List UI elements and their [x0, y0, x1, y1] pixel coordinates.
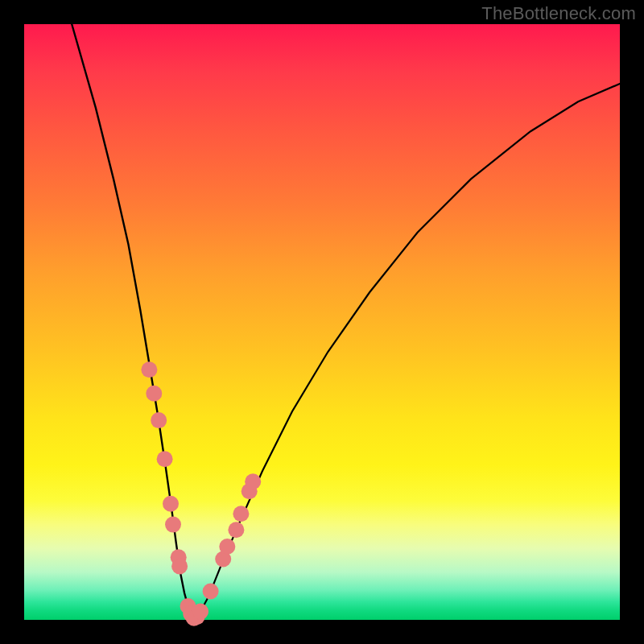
- chart-frame: TheBottleneck.com: [0, 0, 644, 644]
- scatter-dot: [192, 604, 208, 620]
- chart-svg: [24, 24, 620, 620]
- scatter-dot: [203, 584, 219, 600]
- scatter-dots: [141, 361, 261, 626]
- scatter-dot: [141, 361, 157, 378]
- scatter-dot: [233, 506, 249, 522]
- scatter-dot: [219, 539, 235, 555]
- scatter-dot: [171, 558, 188, 574]
- scatter-dot: [146, 386, 162, 402]
- scatter-dot: [228, 522, 244, 538]
- scatter-dot: [151, 412, 167, 428]
- curve-right-branch: [194, 84, 620, 619]
- scatter-dot: [163, 496, 179, 512]
- watermark-text: TheBottleneck.com: [481, 3, 636, 24]
- scatter-dot: [245, 473, 261, 489]
- scatter-dot: [165, 517, 181, 533]
- scatter-dot: [157, 451, 173, 467]
